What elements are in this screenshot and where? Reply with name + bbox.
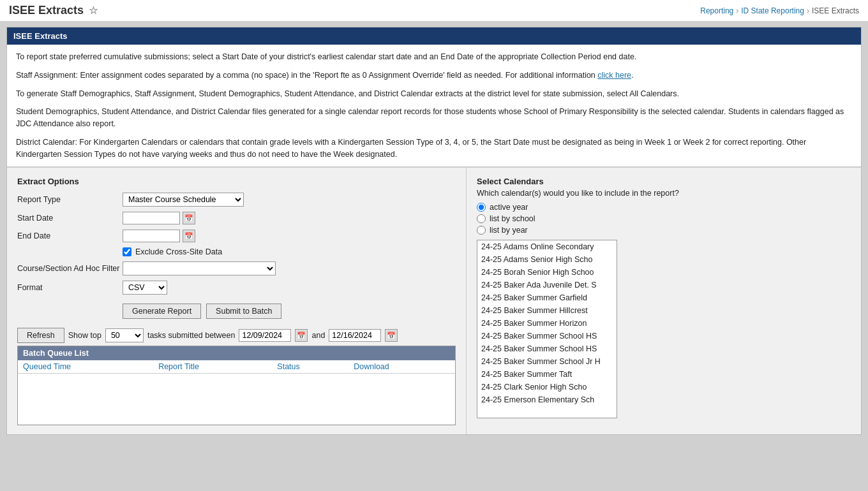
batch-date-from-input[interactable] (239, 329, 291, 342)
radio-list-by-year: list by year (477, 226, 851, 235)
calendar-list[interactable]: 24-25 Adams Online Secondary24-25 Adams … (477, 240, 617, 418)
format-select[interactable]: CSV HTML XML (123, 281, 167, 295)
radio-active-year-input[interactable] (477, 203, 486, 212)
list-item[interactable]: 24-25 Baker Ada Juvenile Det. S (477, 279, 617, 291)
radio-list-by-school-input[interactable] (477, 214, 486, 223)
calendar-radio-group: active year list by school list by year (477, 203, 851, 235)
start-date-label: Start Date (17, 214, 123, 223)
start-date-calendar-btn[interactable]: 📅 (183, 212, 195, 224)
generate-report-button[interactable]: Generate Report (123, 304, 201, 319)
end-date-control: 📅 (123, 230, 195, 242)
adhoc-filter-row: Course/Section Ad Hoc Filter (17, 261, 456, 275)
section-header: ISEE Extracts (7, 27, 861, 45)
list-item[interactable]: 24-25 Baker Summer Garfield (477, 291, 617, 304)
batch-queue-header: Batch Queue List (18, 346, 455, 360)
format-label: Format (17, 283, 123, 292)
batch-date-from-cal-btn[interactable]: 📅 (295, 329, 308, 342)
report-type-select[interactable]: Master Course Schedule Staff Demographic… (123, 193, 244, 207)
report-type-control: Master Course Schedule Staff Demographic… (123, 193, 244, 207)
report-type-label: Report Type (17, 195, 123, 204)
adhoc-filter-select[interactable] (123, 261, 276, 275)
breadcrumb-current: ISEE Extracts (812, 6, 859, 15)
info-para-5: District Calendar: For Kindergarten Cale… (16, 136, 852, 161)
info-section: To report state preferred cumulative sub… (7, 45, 861, 168)
batch-controls: Refresh Show top 10 25 50 100 tasks subm… (17, 328, 456, 343)
calendars-subtitle: Which calendar(s) would you like to incl… (477, 189, 851, 198)
end-date-input[interactable] (123, 230, 180, 242)
end-date-calendar-btn[interactable]: 📅 (183, 230, 195, 242)
radio-list-by-year-input[interactable] (477, 226, 486, 235)
list-item[interactable]: 24-25 Baker Summer Horizon (477, 317, 617, 330)
exclude-cross-site-row: Exclude Cross-Site Data (123, 247, 456, 256)
start-date-row: Start Date 📅 (17, 212, 456, 224)
main-content: ISEE Extracts To report state preferred … (6, 27, 862, 435)
col-download[interactable]: Download (348, 360, 455, 374)
batch-queue-container: Batch Queue List Queued Time Report Titl… (17, 346, 456, 425)
page-title-text: ISEE Extracts (9, 4, 84, 17)
list-item[interactable]: 24-25 Baker Summer Taft (477, 368, 617, 381)
format-control: CSV HTML XML (123, 281, 167, 295)
batch-date-to-input[interactable] (329, 329, 381, 342)
adhoc-filter-control (123, 261, 276, 275)
list-item[interactable]: 24-25 Baker Summer School Jr H (477, 355, 617, 368)
lower-section: Extract Options Report Type Master Cours… (7, 168, 861, 434)
info-para-2: Staff Assignment: Enter assignment codes… (16, 70, 852, 82)
list-item[interactable]: 24-25 Clark Senior High Scho (477, 381, 617, 393)
click-here-link[interactable]: click here (597, 71, 631, 80)
refresh-button[interactable]: Refresh (17, 328, 64, 343)
radio-list-by-year-label: list by year (490, 226, 528, 235)
batch-queue-body (18, 374, 455, 425)
exclude-cross-site-label: Exclude Cross-Site Data (135, 247, 222, 256)
list-item[interactable]: 24-25 Baker Summer Hillcrest (477, 304, 617, 317)
left-panel: Extract Options Report Type Master Cours… (7, 168, 467, 434)
breadcrumb-reporting[interactable]: Reporting (700, 6, 733, 15)
breadcrumb: Reporting › ID State Reporting › ISEE Ex… (700, 6, 859, 15)
info-para-4: Student Demographics, Student Attendance… (16, 106, 852, 130)
breadcrumb-sep-1: › (736, 6, 738, 15)
info-para-1: To report state preferred cumulative sub… (16, 51, 852, 63)
info-para-3: To generate Staff Demographics, Staff As… (16, 88, 852, 100)
radio-list-by-school-label: list by school (490, 214, 535, 223)
list-item[interactable]: 24-25 Adams Senior High Scho (477, 253, 617, 266)
list-item[interactable]: 24-25 Emerson Elementary Sch (477, 393, 617, 406)
format-row: Format CSV HTML XML (17, 281, 456, 295)
col-queued-time[interactable]: Queued Time (18, 360, 153, 374)
right-panel: Select Calendars Which calendar(s) would… (467, 168, 861, 434)
end-date-row: End Date 📅 (17, 230, 456, 242)
list-item[interactable]: 24-25 Borah Senior High Schoo (477, 266, 617, 279)
batch-queue-table: Queued Time Report Title Status Download (18, 360, 455, 425)
submit-to-batch-button[interactable]: Submit to Batch (206, 304, 281, 319)
start-date-control: 📅 (123, 212, 195, 224)
batch-section: Refresh Show top 10 25 50 100 tasks subm… (17, 328, 456, 425)
action-buttons-row: Generate Report Submit to Batch (123, 304, 456, 319)
radio-list-by-school: list by school (477, 214, 851, 223)
batch-date-to-cal-btn[interactable]: 📅 (385, 329, 398, 342)
show-top-label: Show top (68, 331, 101, 340)
calendars-title: Select Calendars (477, 177, 851, 186)
exclude-cross-site-checkbox[interactable] (123, 247, 131, 256)
breadcrumb-sep-2: › (807, 6, 809, 15)
radio-active-year: active year (477, 203, 851, 212)
adhoc-filter-label: Course/Section Ad Hoc Filter (17, 264, 123, 273)
and-label: and (311, 331, 325, 340)
end-date-label: End Date (17, 231, 123, 240)
tasks-label: tasks submitted between (147, 331, 236, 340)
extract-options-title: Extract Options (17, 177, 456, 186)
show-top-select[interactable]: 10 25 50 100 (105, 328, 144, 342)
list-item[interactable]: 24-25 Baker Summer School HS (477, 342, 617, 355)
radio-active-year-label: active year (490, 203, 528, 212)
top-bar: ISEE Extracts ☆ Reporting › ID State Rep… (0, 0, 868, 22)
col-status[interactable]: Status (272, 360, 348, 374)
list-item[interactable]: 24-25 Adams Online Secondary (477, 240, 617, 253)
breadcrumb-id-state-reporting[interactable]: ID State Reporting (741, 6, 804, 15)
start-date-input[interactable] (123, 212, 180, 224)
favorite-star-icon[interactable]: ☆ (89, 4, 98, 17)
page-title: ISEE Extracts ☆ (9, 4, 98, 17)
report-type-row: Report Type Master Course Schedule Staff… (17, 193, 456, 207)
list-item[interactable]: 24-25 Baker Summer School HS (477, 330, 617, 342)
col-report-title[interactable]: Report Title (153, 360, 272, 374)
